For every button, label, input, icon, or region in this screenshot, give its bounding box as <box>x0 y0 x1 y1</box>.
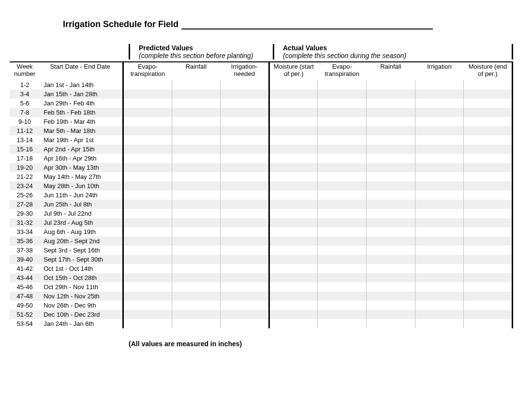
cell-week: 17-18 <box>10 154 40 163</box>
col-act-evapo: Evapo-transpiration <box>318 62 367 80</box>
col-pred-evapo-label: Evapo-transpiration <box>131 63 165 77</box>
cell-act-moist-end <box>464 108 513 117</box>
col-pred-rain-label: Rainfall <box>186 63 207 70</box>
cell-act-irr <box>415 145 464 154</box>
cell-date-range: Aug 6th - Aug 19th <box>40 227 123 236</box>
cell-act-moist-end <box>464 80 513 89</box>
cell-act-moist-start <box>269 191 318 200</box>
cell-act-evapo <box>318 255 367 264</box>
cell-date-range: Jan 29th - Feb 4th <box>40 99 123 108</box>
cell-act-irr <box>415 218 464 227</box>
cell-act-rain <box>367 163 415 172</box>
cell-pred-irr <box>221 80 269 89</box>
cell-act-irr <box>415 117 464 126</box>
cell-act-evapo <box>318 154 367 163</box>
table-row: 51-52Dec 10th - Dec 23rd <box>10 310 513 319</box>
table-row: 9-10Feb 19th - Mar 4th <box>10 117 513 126</box>
cell-act-moist-end <box>464 292 513 301</box>
table-row: 37-38Sept 3rd - Sept 16th <box>10 246 513 255</box>
col-week-label: Week number <box>14 63 35 77</box>
cell-pred-evapo <box>123 292 172 301</box>
cell-pred-evapo <box>123 145 172 154</box>
table-row: 27-28Jun 25th - Jul 8th <box>10 200 513 209</box>
cell-act-moist-start <box>269 255 318 264</box>
cell-act-irr <box>415 236 464 246</box>
cell-week: 41-42 <box>10 264 40 273</box>
cell-act-moist-end <box>464 236 513 246</box>
cell-pred-rain <box>172 292 221 301</box>
cell-act-rain <box>367 135 415 145</box>
cell-act-rain <box>367 282 415 292</box>
cell-pred-irr <box>221 154 269 163</box>
cell-act-irr <box>415 209 464 218</box>
cell-week: 49-50 <box>10 301 40 310</box>
cell-act-rain <box>367 181 415 191</box>
cell-act-moist-start <box>269 99 318 108</box>
cell-pred-evapo <box>123 264 172 273</box>
cell-act-rain <box>367 191 415 200</box>
footer-note: (All values are measured in inches) <box>10 340 522 348</box>
cell-act-evapo <box>318 292 367 301</box>
cell-act-irr <box>415 80 464 89</box>
cell-pred-irr <box>221 209 269 218</box>
cell-act-moist-start <box>269 227 318 236</box>
cell-pred-rain <box>172 310 221 319</box>
cell-week: 53-54 <box>10 319 40 328</box>
table-row: 49-50Nov 26th - Dec 9th <box>10 301 513 310</box>
predicted-subtitle: (complete this section before planting) <box>139 52 273 59</box>
cell-act-rain <box>367 255 415 264</box>
cell-act-moist-end <box>464 218 513 227</box>
cell-act-irr <box>415 108 464 117</box>
col-pred-rain: Rainfall <box>172 62 221 80</box>
cell-pred-irr <box>221 172 269 181</box>
cell-date-range: Jan 15th - Jan 28th <box>40 89 123 99</box>
cell-pred-evapo <box>123 218 172 227</box>
cell-act-moist-start <box>269 181 318 191</box>
cell-pred-rain <box>172 319 221 328</box>
cell-act-evapo <box>318 301 367 310</box>
cell-pred-evapo <box>123 99 172 108</box>
cell-pred-irr <box>221 292 269 301</box>
cell-act-irr <box>415 89 464 99</box>
cell-act-moist-end <box>464 264 513 273</box>
table-row: 25-26Jun 11th - Jun 24th <box>10 191 513 200</box>
cell-act-moist-end <box>464 126 513 135</box>
cell-pred-irr <box>221 246 269 255</box>
cell-date-range: Aug 20th - Sept 2nd <box>40 236 123 246</box>
cell-act-irr <box>415 264 464 273</box>
cell-act-rain <box>367 236 415 246</box>
cell-pred-evapo <box>123 200 172 209</box>
actual-section-header: Actual Values (complete this section dur… <box>273 44 513 59</box>
predicted-title: Predicted Values <box>139 44 273 52</box>
cell-act-evapo <box>318 246 367 255</box>
cell-act-moist-end <box>464 310 513 319</box>
table-row: 11-12Mar 5th - Mar 18th <box>10 126 513 135</box>
cell-act-rain <box>367 108 415 117</box>
cell-act-rain <box>367 264 415 273</box>
cell-pred-irr <box>221 163 269 172</box>
cell-act-irr <box>415 310 464 319</box>
cell-act-moist-end <box>464 319 513 328</box>
actual-title: Actual Values <box>283 44 512 52</box>
col-act-moist-end-label: Moisture (end of per.) <box>469 63 507 77</box>
cell-act-irr <box>415 255 464 264</box>
col-date-range: Start Date - End Date <box>40 62 123 80</box>
cell-act-evapo <box>318 172 367 181</box>
cell-date-range: Jul 23rd - Aug 5th <box>40 218 123 227</box>
cell-act-rain <box>367 218 415 227</box>
cell-week: 25-26 <box>10 191 40 200</box>
cell-act-evapo <box>318 236 367 246</box>
cell-pred-evapo <box>123 282 172 292</box>
cell-pred-irr <box>221 264 269 273</box>
cell-pred-rain <box>172 282 221 292</box>
col-act-moist-start: Moisture (start of per.) <box>269 62 318 80</box>
table-row: 23-24May 28th - Jun 10th <box>10 181 513 191</box>
cell-pred-irr <box>221 126 269 135</box>
table-row: 13-14Mar 19th - Apr 1st <box>10 135 513 145</box>
cell-act-irr <box>415 172 464 181</box>
cell-act-irr <box>415 319 464 328</box>
cell-week: 29-30 <box>10 209 40 218</box>
cell-pred-rain <box>172 273 221 282</box>
cell-date-range: Sept 17th - Sept 30th <box>40 255 123 264</box>
cell-act-moist-end <box>464 154 513 163</box>
